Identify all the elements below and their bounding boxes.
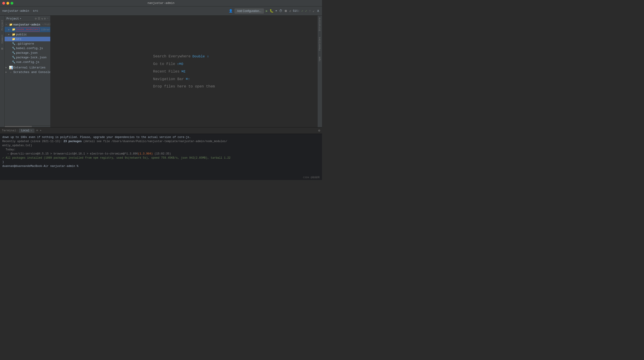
tree-item-gitignore[interactable]: ▶ 🔧 .gitignore bbox=[4, 41, 50, 46]
hint-goto: Go to File ⇧⌘O bbox=[153, 62, 183, 66]
npm-tab[interactable]: npm bbox=[318, 55, 322, 63]
maximize-button[interactable] bbox=[10, 2, 13, 4]
terminal-tabs: Terminal: Local ✕ + ▾ ⚙ bbox=[0, 127, 322, 134]
gitignore-file-icon: 🔧 bbox=[12, 42, 16, 45]
sidebar-scrollbar[interactable] bbox=[4, 125, 50, 127]
terminal-tab-local[interactable]: Local ✕ bbox=[19, 129, 34, 133]
sidebar-chevron-icon[interactable]: ▾ bbox=[20, 17, 21, 20]
package-label: package.json bbox=[16, 51, 38, 55]
terminal-add-button[interactable]: + bbox=[35, 129, 39, 133]
tree-item-vue[interactable]: ▶ 🔧 vue.config.js bbox=[4, 60, 50, 64]
tree-item-src[interactable]: ▶ 📁 src bbox=[4, 37, 50, 41]
add-config-button[interactable]: Add Configuration... bbox=[234, 8, 264, 13]
src-arrow-icon: ▶ bbox=[8, 38, 11, 40]
breadcrumb-root[interactable]: nanjustar-admin bbox=[2, 9, 29, 13]
debug-icon[interactable]: 🐛 bbox=[270, 9, 274, 13]
gitignore-label: .gitignore bbox=[16, 42, 34, 45]
babel-label: babel.config.js bbox=[16, 47, 43, 50]
close-button[interactable] bbox=[2, 2, 5, 4]
run-icon[interactable]: ▶ bbox=[266, 9, 268, 13]
root-folder-icon: 📁 bbox=[9, 23, 13, 26]
sidebar-settings-icon[interactable]: ⚙ bbox=[35, 17, 37, 20]
terminal-line-2: Recently updated (since 2021-11-13): 23 … bbox=[2, 139, 320, 143]
toolbar-right: 👤 Add Configuration... ▶ 🐛 ☂ ⏱ ⏹ ↺ Git: … bbox=[229, 8, 320, 13]
sidebar-filter-icon[interactable]: ⇅ bbox=[41, 17, 43, 20]
title-bar: nanjustar-admin bbox=[0, 0, 322, 6]
tree-item-root[interactable]: ▾ 📁 nanjustar-admin ~/Public/nanjustar-t… bbox=[4, 22, 50, 27]
packagelock-file-icon: 🔧 bbox=[12, 55, 16, 59]
watermark: CSDN @楠楠啊 bbox=[303, 176, 320, 179]
recent-files-label: Recent Files bbox=[153, 69, 180, 74]
sidebar-header-icons: ⚙ ☰ ⇅ ⚙ − bbox=[35, 17, 48, 20]
sidebar-tree: ▾ 📁 nanjustar-admin ~/Public/nanjustar-t… bbox=[4, 22, 50, 125]
drop-hints: Search Everywhere Double ⇧ Go to File ⇧⌘… bbox=[153, 54, 215, 89]
structure-tab[interactable]: Structure bbox=[318, 15, 322, 33]
project-tab[interactable]: Project bbox=[0, 18, 4, 32]
recent-files-shortcut: ⌘E bbox=[182, 69, 186, 74]
hint-recent: Recent Files ⌘E bbox=[153, 69, 186, 74]
terminal-chevron-icon[interactable]: ▾ bbox=[40, 129, 41, 132]
root-path: ~/Public/nanjustar-template/nanj bbox=[42, 23, 50, 26]
git-push-icon[interactable]: ↑ bbox=[309, 9, 311, 13]
public-folder-icon: 📁 bbox=[12, 32, 16, 36]
hint-drop: Drop files here to open them bbox=[153, 84, 215, 89]
scratches-label: Scratches and Consoles bbox=[13, 70, 50, 74]
package-file-icon: 🔧 bbox=[12, 51, 16, 55]
root-arrow-icon: ▾ bbox=[6, 23, 8, 26]
git-pull-icon[interactable]: ↙ bbox=[313, 9, 315, 13]
library-root-badge: library root bbox=[41, 28, 50, 31]
sidebar-collapse-icon[interactable]: − bbox=[46, 17, 48, 20]
translate-icon[interactable]: Ａ bbox=[316, 9, 320, 13]
nav-bar-label: Navigation Bar bbox=[153, 77, 184, 81]
tree-item-scratches[interactable]: ▶ ✏ Scratches and Consoles bbox=[4, 70, 50, 74]
terminal-tab-close-icon[interactable]: ✕ bbox=[30, 129, 32, 132]
coverage-icon[interactable]: ☂ bbox=[276, 9, 277, 13]
public-label: public bbox=[16, 33, 27, 36]
git-tab[interactable]: ⊞ bbox=[0, 46, 5, 51]
sidebar-layout-icon[interactable]: ☰ bbox=[38, 17, 40, 20]
window-controls[interactable] bbox=[2, 2, 13, 4]
tree-item-babel[interactable]: ▶ 🔧 babel.config.js bbox=[4, 46, 50, 50]
commit-tab[interactable]: Commit bbox=[0, 32, 4, 45]
scratches-arrow-icon: ▶ bbox=[6, 71, 8, 73]
vue-file-icon: 🔧 bbox=[12, 60, 16, 64]
packagelock-label: package-lock.json bbox=[16, 56, 46, 59]
tree-item-external[interactable]: ▶ 📊 External Libraries bbox=[4, 65, 50, 70]
terminal-tab-local-label: Local bbox=[21, 129, 30, 132]
sidebar-scrollbar-thumb[interactable] bbox=[4, 126, 32, 127]
external-arrow-icon: ▶ bbox=[6, 66, 8, 69]
src-folder-icon: 📁 bbox=[12, 37, 16, 41]
toolbar-user-icon[interactable]: 👤 bbox=[229, 9, 233, 13]
tree-item-public[interactable]: ▶ 📁 public bbox=[4, 32, 50, 37]
bottom-panel: Terminal: Local ✕ + ▾ ⚙ down up to 100x … bbox=[0, 127, 322, 180]
tree-item-package[interactable]: ▶ 🔧 package.json bbox=[4, 50, 50, 55]
vue-label: vue.config.js bbox=[16, 60, 39, 64]
drop-files-label: Drop files here to open them bbox=[153, 84, 215, 89]
src-label: src bbox=[16, 37, 21, 41]
git-check2: ✓ bbox=[305, 9, 307, 13]
stop-icon[interactable]: ⏹ bbox=[284, 9, 287, 13]
editor-area: Search Everywhere Double ⇧ Go to File ⇧⌘… bbox=[50, 15, 318, 127]
node-modules-arrow-icon: ▶ bbox=[8, 28, 11, 31]
sidebar-header: Project ▾ ⚙ ☰ ⇅ ⚙ − bbox=[4, 15, 50, 22]
right-sidebar: Structure Favorites npm bbox=[318, 15, 322, 127]
minimize-button[interactable] bbox=[6, 2, 9, 4]
tree-item-packagelock[interactable]: ▶ 🔧 package-lock.json bbox=[4, 55, 50, 60]
content-area: Project Commit ⊞ Project ▾ ⚙ ☰ ⇅ ⚙ − ▾ bbox=[0, 15, 322, 127]
hint-navbar: Navigation Bar ⌘↑ bbox=[153, 77, 190, 81]
rerun-icon[interactable]: ↺ bbox=[289, 9, 291, 13]
external-icon: 📊 bbox=[9, 66, 13, 69]
breadcrumb-src[interactable]: src bbox=[33, 9, 38, 13]
public-arrow-icon: ▶ bbox=[8, 33, 11, 36]
terminal-settings-icon[interactable]: ⚙ bbox=[318, 129, 320, 132]
terminal-content: down up to 100x even if nothing is polyf… bbox=[0, 134, 322, 180]
hint-search: Search Everywhere Double ⇧ bbox=[153, 54, 209, 58]
goto-file-shortcut: ⇧⌘O bbox=[177, 62, 183, 66]
search-everywhere-label: Search Everywhere bbox=[153, 54, 191, 58]
profile-icon[interactable]: ⏱ bbox=[279, 9, 282, 13]
toolbar: nanjustar-admin › src 👤 Add Configuratio… bbox=[0, 6, 322, 15]
tree-item-node-modules[interactable]: ▶ 📁 node_modules library root bbox=[4, 27, 50, 32]
sidebar-more-icon[interactable]: ⚙ bbox=[44, 17, 46, 20]
favorites-tab[interactable]: Favorites bbox=[318, 35, 322, 52]
main-layout: nanjustar-admin › src 👤 Add Configuratio… bbox=[0, 6, 322, 180]
